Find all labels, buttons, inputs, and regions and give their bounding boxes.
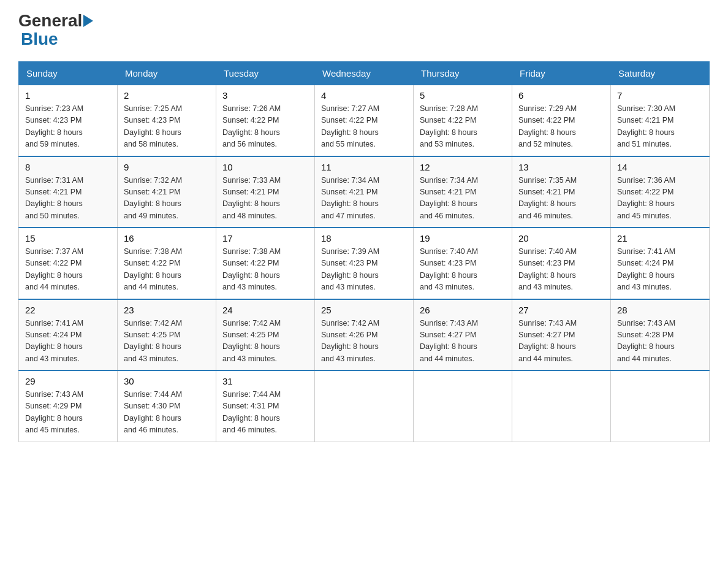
day-info: Sunrise: 7:41 AMSunset: 4:24 PMDaylight:… [617,247,675,291]
day-info: Sunrise: 7:33 AMSunset: 4:21 PMDaylight:… [222,176,281,220]
calendar-day-cell: 15 Sunrise: 7:37 AMSunset: 4:22 PMDaylig… [19,228,118,299]
calendar-day-cell [512,370,611,442]
day-number: 6 [518,90,604,101]
day-info: Sunrise: 7:44 AMSunset: 4:31 PMDaylight:… [222,390,281,434]
calendar-day-cell: 10 Sunrise: 7:33 AMSunset: 4:21 PMDaylig… [216,156,315,228]
day-info: Sunrise: 7:34 AMSunset: 4:21 PMDaylight:… [321,176,379,220]
calendar-day-cell: 4 Sunrise: 7:27 AMSunset: 4:22 PMDayligh… [315,85,414,156]
calendar-day-cell: 24 Sunrise: 7:42 AMSunset: 4:25 PMDaylig… [216,299,315,371]
day-number: 12 [420,162,506,172]
calendar-day-cell: 20 Sunrise: 7:40 AMSunset: 4:23 PMDaylig… [512,228,611,299]
calendar-day-cell: 7 Sunrise: 7:30 AMSunset: 4:21 PMDayligh… [611,85,710,156]
day-info: Sunrise: 7:38 AMSunset: 4:22 PMDaylight:… [222,247,281,291]
weekday-header-thursday: Thursday [414,62,512,85]
calendar-day-cell: 19 Sunrise: 7:40 AMSunset: 4:23 PMDaylig… [414,228,512,299]
day-number: 14 [617,162,703,172]
calendar-day-cell: 13 Sunrise: 7:35 AMSunset: 4:21 PMDaylig… [512,156,611,228]
day-number: 26 [420,305,506,315]
logo: General Blue [18,12,94,49]
day-number: 29 [25,376,111,386]
day-number: 10 [222,162,308,172]
day-info: Sunrise: 7:43 AMSunset: 4:29 PMDaylight:… [25,390,83,434]
day-info: Sunrise: 7:42 AMSunset: 4:26 PMDaylight:… [321,319,379,363]
calendar-day-cell: 29 Sunrise: 7:43 AMSunset: 4:29 PMDaylig… [19,370,118,442]
calendar-day-cell: 9 Sunrise: 7:32 AMSunset: 4:21 PMDayligh… [118,156,216,228]
day-number: 18 [321,233,407,243]
day-info: Sunrise: 7:38 AMSunset: 4:22 PMDaylight:… [124,247,182,291]
day-info: Sunrise: 7:43 AMSunset: 4:27 PMDaylight:… [420,319,478,363]
calendar-day-cell: 25 Sunrise: 7:42 AMSunset: 4:26 PMDaylig… [315,299,414,371]
day-number: 7 [617,90,703,101]
weekday-header-friday: Friday [512,62,611,85]
calendar-day-cell: 5 Sunrise: 7:28 AMSunset: 4:22 PMDayligh… [414,85,512,156]
calendar-week-row: 8 Sunrise: 7:31 AMSunset: 4:21 PMDayligh… [19,156,710,228]
calendar-day-cell: 3 Sunrise: 7:26 AMSunset: 4:22 PMDayligh… [216,85,315,156]
logo-arrow-icon [83,15,93,27]
day-number: 1 [25,90,111,101]
day-number: 24 [222,305,308,315]
day-number: 25 [321,305,407,315]
day-info: Sunrise: 7:34 AMSunset: 4:21 PMDaylight:… [420,176,478,220]
day-number: 21 [617,233,703,243]
day-number: 8 [25,162,111,172]
day-number: 31 [222,376,308,386]
calendar-day-cell: 17 Sunrise: 7:38 AMSunset: 4:22 PMDaylig… [216,228,315,299]
day-info: Sunrise: 7:23 AMSunset: 4:23 PMDaylight:… [25,104,83,148]
day-number: 5 [420,90,506,101]
calendar-day-cell: 8 Sunrise: 7:31 AMSunset: 4:21 PMDayligh… [19,156,118,228]
logo-general-text: General [18,12,82,29]
header: General Blue [18,12,710,49]
calendar-day-cell [611,370,710,442]
day-info: Sunrise: 7:42 AMSunset: 4:25 PMDaylight:… [124,319,182,363]
calendar-day-cell: 14 Sunrise: 7:36 AMSunset: 4:22 PMDaylig… [611,156,710,228]
logo-blue-text: Blue [21,29,58,49]
calendar-day-cell [315,370,414,442]
calendar-day-cell: 1 Sunrise: 7:23 AMSunset: 4:23 PMDayligh… [19,85,118,156]
calendar-day-cell: 2 Sunrise: 7:25 AMSunset: 4:23 PMDayligh… [118,85,216,156]
day-number: 13 [518,162,604,172]
day-number: 28 [617,305,703,315]
day-info: Sunrise: 7:41 AMSunset: 4:24 PMDaylight:… [25,319,83,363]
calendar-day-cell: 12 Sunrise: 7:34 AMSunset: 4:21 PMDaylig… [414,156,512,228]
calendar-week-row: 15 Sunrise: 7:37 AMSunset: 4:22 PMDaylig… [19,228,710,299]
day-info: Sunrise: 7:40 AMSunset: 4:23 PMDaylight:… [518,247,577,291]
calendar-day-cell: 31 Sunrise: 7:44 AMSunset: 4:31 PMDaylig… [216,370,315,442]
day-info: Sunrise: 7:40 AMSunset: 4:23 PMDaylight:… [420,247,478,291]
calendar-day-cell: 28 Sunrise: 7:43 AMSunset: 4:28 PMDaylig… [611,299,710,371]
day-number: 23 [124,305,210,315]
calendar-day-cell: 11 Sunrise: 7:34 AMSunset: 4:21 PMDaylig… [315,156,414,228]
calendar-day-cell: 16 Sunrise: 7:38 AMSunset: 4:22 PMDaylig… [118,228,216,299]
day-number: 30 [124,376,210,386]
calendar-day-cell: 6 Sunrise: 7:29 AMSunset: 4:22 PMDayligh… [512,85,611,156]
day-info: Sunrise: 7:32 AMSunset: 4:21 PMDaylight:… [124,176,182,220]
weekday-header-tuesday: Tuesday [216,62,315,85]
day-info: Sunrise: 7:37 AMSunset: 4:22 PMDaylight:… [25,247,83,291]
calendar-day-cell: 23 Sunrise: 7:42 AMSunset: 4:25 PMDaylig… [118,299,216,371]
weekday-header-monday: Monday [118,62,216,85]
day-info: Sunrise: 7:35 AMSunset: 4:21 PMDaylight:… [518,176,577,220]
day-number: 2 [124,90,210,101]
calendar-week-row: 29 Sunrise: 7:43 AMSunset: 4:29 PMDaylig… [19,370,710,442]
calendar-day-cell: 30 Sunrise: 7:44 AMSunset: 4:30 PMDaylig… [118,370,216,442]
day-info: Sunrise: 7:43 AMSunset: 4:27 PMDaylight:… [518,319,577,363]
day-number: 19 [420,233,506,243]
day-number: 15 [25,233,111,243]
day-info: Sunrise: 7:44 AMSunset: 4:30 PMDaylight:… [124,390,182,434]
day-number: 11 [321,162,407,172]
day-info: Sunrise: 7:31 AMSunset: 4:21 PMDaylight:… [25,176,83,220]
calendar-day-cell: 26 Sunrise: 7:43 AMSunset: 4:27 PMDaylig… [414,299,512,371]
weekday-header-sunday: Sunday [19,62,118,85]
day-number: 4 [321,90,407,101]
calendar-day-cell: 18 Sunrise: 7:39 AMSunset: 4:23 PMDaylig… [315,228,414,299]
calendar-day-cell: 27 Sunrise: 7:43 AMSunset: 4:27 PMDaylig… [512,299,611,371]
day-info: Sunrise: 7:29 AMSunset: 4:22 PMDaylight:… [518,104,577,148]
calendar-week-row: 1 Sunrise: 7:23 AMSunset: 4:23 PMDayligh… [19,85,710,156]
calendar-day-cell [414,370,512,442]
day-info: Sunrise: 7:36 AMSunset: 4:22 PMDaylight:… [617,176,675,220]
weekday-header-row: SundayMondayTuesdayWednesdayThursdayFrid… [19,62,710,85]
day-number: 9 [124,162,210,172]
calendar-table: SundayMondayTuesdayWednesdayThursdayFrid… [18,61,710,442]
day-number: 3 [222,90,308,101]
day-info: Sunrise: 7:28 AMSunset: 4:22 PMDaylight:… [420,104,478,148]
weekday-header-wednesday: Wednesday [315,62,414,85]
